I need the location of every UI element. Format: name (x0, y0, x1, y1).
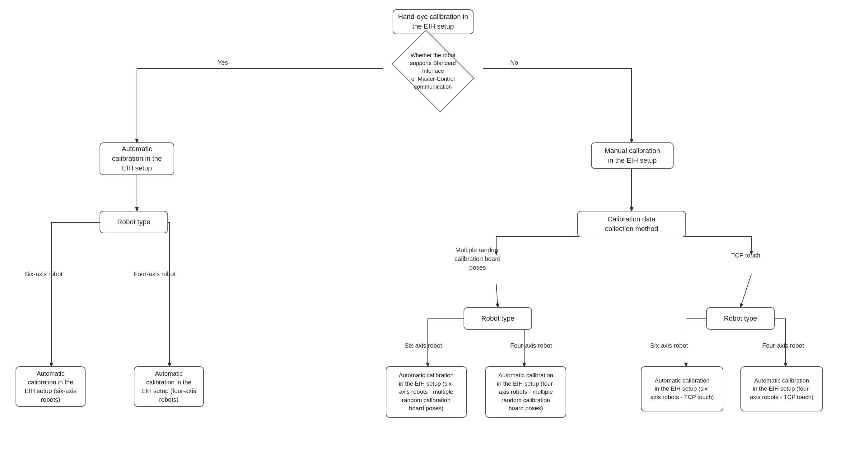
label-yes: Yes (218, 59, 228, 66)
svg-line-24 (740, 274, 751, 307)
node-manual-calib: Manual calibrationin the EIH setup (591, 142, 674, 169)
node-diamond: Whether the robotsupports Standard Inter… (402, 50, 464, 92)
node-robot-type-mid: Robot type (464, 307, 532, 330)
node-auto-four-tcp: Automatic calibrationin the EIH setup (f… (740, 366, 823, 411)
label-six-axis-right: Six-axis robot (650, 342, 688, 349)
node-auto-six: Automaticcalibration in theEIH setup (si… (16, 366, 86, 407)
label-multi-random: Multiple randomcalibration boardposes (445, 246, 510, 272)
node-auto-six-multi: Automatic calibrationin the EIH setup (s… (386, 366, 467, 418)
node-robot-type-right: Robot type (706, 307, 775, 330)
label-four-axis-mid: Four-axis robot (510, 342, 552, 349)
flowchart: Hand-eye calibration in the EIH setup Wh… (0, 0, 868, 464)
label-six-axis-left: Six-axis robot (25, 271, 63, 278)
node-calib-data: Calibration datacollection method (577, 211, 686, 237)
label-four-axis-right: Four-axis robot (762, 342, 804, 349)
node-auto-four-multi: Automatic calibrationin the EIH setup (f… (485, 366, 566, 418)
label-four-axis-left: Four-axis robot (134, 271, 176, 278)
node-auto-calib: Automaticcalibration in theEIH setup (99, 142, 174, 175)
label-tcp-touch: TCP touch (731, 252, 761, 259)
label-six-axis-mid: Six-axis robot (404, 342, 442, 349)
svg-line-19 (496, 284, 498, 307)
node-top: Hand-eye calibration in the EIH setup (393, 9, 473, 34)
label-no: No (510, 59, 518, 66)
node-auto-six-tcp: Automatic calibrationin the EIH setup (s… (641, 366, 723, 411)
node-robot-type-left: Robot type (99, 211, 168, 233)
node-auto-four: Automaticcalibration in theEIH setup (fo… (134, 366, 204, 407)
